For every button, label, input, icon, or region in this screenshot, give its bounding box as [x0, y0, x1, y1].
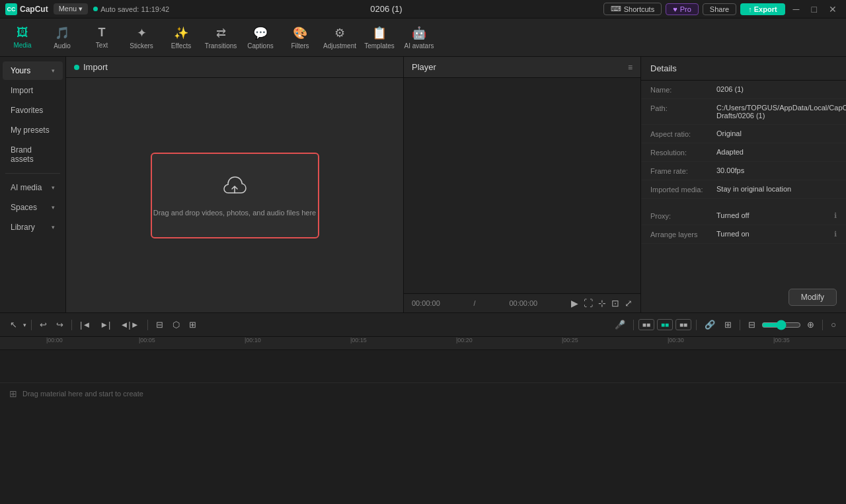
shortcuts-button[interactable]: ⌨ Shortcuts: [603, 3, 662, 15]
ai-avatars-icon: 🤖: [412, 26, 426, 40]
play-button[interactable]: ▶: [571, 298, 578, 308]
zoom-out-button[interactable]: ⊟: [745, 318, 759, 332]
toolbar-ai-avatars[interactable]: 🤖 AI avatars: [399, 20, 439, 55]
menu-button[interactable]: Menu ▾: [54, 3, 89, 15]
toolbar-effects[interactable]: ✨ Effects: [161, 20, 201, 55]
expand-button[interactable]: ⤢: [625, 298, 633, 308]
sidebar-item-yours[interactable]: Yours ▾: [3, 61, 63, 80]
trim-button[interactable]: ◄|►: [117, 318, 143, 332]
sidebar-item-import[interactable]: Import: [3, 81, 63, 100]
zoom-button[interactable]: ⊹: [598, 298, 606, 308]
toolbar-separator-1: [31, 320, 32, 330]
delete-button[interactable]: ⊟: [153, 318, 167, 332]
keyframe-button[interactable]: ⬡: [169, 318, 183, 332]
text-label: Text: [96, 42, 108, 49]
sidebar-item-library[interactable]: Library ▾: [3, 218, 63, 236]
redo-button[interactable]: ↪: [53, 318, 67, 332]
drop-zone[interactable]: Drag and drop videos, photos, and audio …: [151, 153, 319, 238]
player-content: [404, 78, 640, 293]
split-right-button[interactable]: ►|: [96, 318, 114, 332]
player-menu-icon[interactable]: ≡: [628, 63, 633, 72]
close-button[interactable]: ✕: [825, 3, 841, 16]
chevron-down-icon-2: ▾: [52, 184, 55, 191]
detail-row-arrange: Arrange layers Turned on ℹ: [641, 225, 846, 244]
detail-label-path: Path:: [650, 104, 716, 112]
player-header: Player ≡: [404, 57, 640, 78]
group-button[interactable]: ⊞: [186, 318, 200, 332]
ruler-mark-6: |00:30: [668, 337, 684, 343]
export-button[interactable]: ↑ Export: [740, 3, 785, 15]
info-icon-proxy[interactable]: ℹ: [834, 211, 837, 220]
effects-icon: ✨: [174, 26, 188, 40]
sidebar-item-brand-assets[interactable]: Brand assets: [3, 141, 63, 168]
brand-assets-label: Brand assets: [11, 145, 55, 164]
auto-save-text: Auto saved: 11:19:42: [100, 5, 169, 13]
detail-row-path: Path: C:/Users/TOPGUS/AppData/Local/CapC…: [641, 99, 846, 125]
library-label: Library: [11, 223, 35, 232]
pro-label: Pro: [680, 5, 691, 13]
toolbar-adjustment[interactable]: ⚙ Adjustment: [320, 20, 360, 55]
media-header: Import: [66, 57, 403, 78]
add-track-button[interactable]: ⊞: [721, 318, 735, 332]
zoom-slider[interactable]: [761, 320, 801, 330]
fullscreen-button[interactable]: ⛶: [584, 298, 593, 308]
snap-button-2[interactable]: ■■: [657, 319, 673, 330]
add-track-row[interactable]: ⊞ Drag material here and start to create: [0, 383, 846, 404]
modify-btn-row: Modify: [641, 282, 846, 312]
adjustment-label: Adjustment: [323, 42, 356, 50]
toolbar-transitions[interactable]: ⇄ Transitions: [201, 20, 241, 55]
toolbar-text[interactable]: T Text: [82, 20, 122, 55]
timeline-tool-right: 🎤 ■■ ■■ ■■ 🔗 ⊞ ⊟ ⊕ ○: [611, 318, 839, 332]
stickers-icon: ✦: [137, 26, 147, 40]
info-icon-arrange[interactable]: ℹ: [834, 230, 837, 238]
templates-label: Templates: [364, 42, 395, 50]
split-button[interactable]: |◄: [77, 318, 94, 332]
detail-label-name: Name:: [650, 85, 716, 94]
upload-cloud-icon: [221, 174, 248, 202]
detail-label-imported: Imported media:: [650, 185, 716, 194]
cursor-tool[interactable]: ↖: [7, 318, 20, 332]
settings-circle-button[interactable]: ○: [827, 318, 839, 332]
crop-button[interactable]: ⊡: [611, 298, 619, 308]
player-controls: 00:00:00 / 00:00:00 ▶ ⛶ ⊹ ⊡ ⤢: [404, 293, 640, 312]
toolbar-captions[interactable]: 💬 Captions: [241, 20, 280, 55]
logo-area: CC CapCut: [5, 3, 48, 15]
timeline-area: ↖ ▾ ↩ ↪ |◄ ►| ◄|► ⊟ ⬡ ⊞ 🎤 ■■ ■■ ■■ 🔗 ⊞ ⊟: [0, 312, 846, 504]
player-icon-group: ▶ ⛶ ⊹ ⊡ ⤢: [571, 298, 633, 308]
undo-button[interactable]: ↩: [36, 318, 50, 332]
effects-label: Effects: [171, 42, 191, 50]
sidebar-item-my-presets[interactable]: My presets: [3, 121, 63, 139]
auto-save-status: Auto saved: 11:19:42: [93, 5, 169, 13]
share-button[interactable]: Share: [703, 3, 736, 15]
sidebar-item-ai-media[interactable]: AI media ▾: [3, 178, 63, 197]
toolbar-separator-r2: [696, 320, 697, 330]
filters-icon: 🎨: [293, 26, 307, 40]
detail-label-arrange: Arrange layers: [650, 230, 716, 238]
detail-spacer: [641, 199, 846, 207]
shortcuts-label: Shortcuts: [624, 5, 654, 13]
detail-value-resolution: Adapted: [716, 148, 837, 156]
sidebar-item-spaces[interactable]: Spaces ▾: [3, 198, 63, 217]
toolbar-audio[interactable]: 🎵 Audio: [42, 20, 82, 55]
snap-button-1[interactable]: ■■: [638, 319, 654, 330]
detail-value-framerate: 30.00fps: [716, 166, 837, 174]
toolbar-separator-r4: [822, 320, 823, 330]
timeline-tracks: ⊞ Drag material here and start to create: [0, 350, 846, 504]
detail-row-proxy: Proxy: Turned off ℹ: [641, 207, 846, 225]
ruler-mark-7: |00:35: [773, 337, 790, 343]
minimize-button[interactable]: ─: [789, 3, 804, 16]
snap-button-3[interactable]: ■■: [675, 319, 691, 330]
audio-icon: 🎵: [55, 26, 69, 40]
maximize-button[interactable]: □: [808, 3, 821, 16]
toolbar-media[interactable]: 🖼 Media: [3, 20, 42, 55]
link-button[interactable]: 🔗: [701, 318, 718, 332]
media-content: Drag and drop videos, photos, and audio …: [66, 78, 403, 312]
modify-button[interactable]: Modify: [788, 289, 837, 306]
sidebar-item-favorites[interactable]: Favorites: [3, 101, 63, 120]
mic-button[interactable]: 🎤: [611, 318, 629, 332]
toolbar-templates[interactable]: 📋 Templates: [360, 20, 399, 55]
toolbar-filters[interactable]: 🎨 Filters: [280, 20, 320, 55]
pro-button[interactable]: ♥ Pro: [666, 3, 699, 15]
toolbar-stickers[interactable]: ✦ Stickers: [122, 20, 161, 55]
zoom-in-button[interactable]: ⊕: [804, 318, 818, 332]
